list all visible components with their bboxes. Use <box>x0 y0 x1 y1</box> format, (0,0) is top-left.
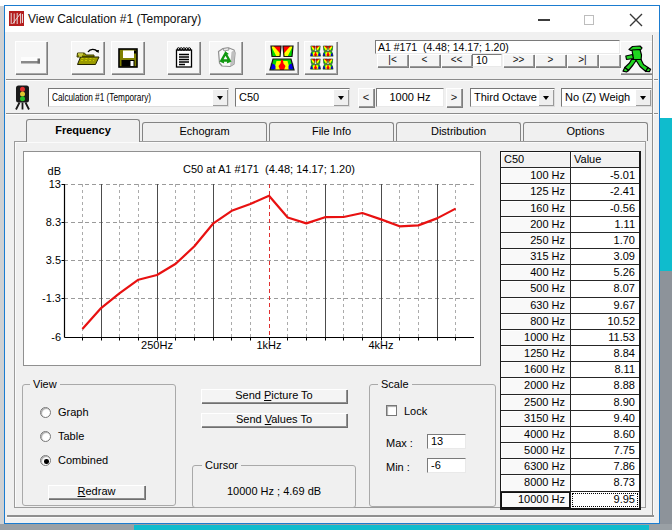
svg-text:C50 at A1 #171 (4.48; 14.17;: C50 at A1 #171 (4.48; 14.17; 1.20) <box>183 163 355 175</box>
svg-text:-1.3: -1.3 <box>42 292 61 304</box>
svg-text:1kHz: 1kHz <box>256 339 281 351</box>
svg-text:8.3: 8.3 <box>46 216 61 228</box>
svg-text:13: 13 <box>49 178 61 190</box>
svg-text:-6: -6 <box>51 331 61 343</box>
svg-text:3.5: 3.5 <box>46 254 61 266</box>
svg-text:4kHz: 4kHz <box>368 339 393 351</box>
svg-text:250Hz: 250Hz <box>141 339 173 351</box>
svg-text:dB: dB <box>48 165 61 177</box>
